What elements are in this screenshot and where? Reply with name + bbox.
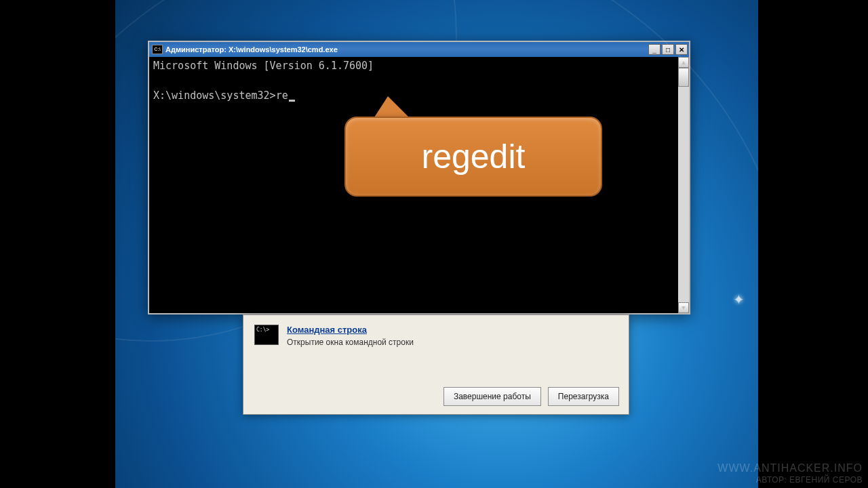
- watermark-line1: WWW.ANTIHACKER.INFO: [717, 462, 863, 475]
- panel-item-command-prompt: Командная строка Открытие окна командной…: [254, 325, 618, 347]
- cmd-titlebar[interactable]: C:\ Администратор: X:\windows\system32\c…: [149, 42, 689, 57]
- cmd-window-title: Администратор: X:\windows\system32\cmd.e…: [165, 45, 648, 54]
- decorative-sparkle: ✦: [733, 291, 745, 308]
- shutdown-button[interactable]: Завершение работы: [443, 387, 541, 406]
- cmd-system-icon[interactable]: C:\: [152, 45, 163, 54]
- scrollbar-down-arrow-icon[interactable]: ▼: [678, 302, 689, 313]
- command-prompt-link[interactable]: Командная строка: [287, 325, 367, 335]
- callout-text: regedit: [422, 137, 526, 176]
- maximize-button[interactable]: □: [662, 44, 674, 55]
- desktop-background: ✦ C:\ Администратор: X:\windows\system32…: [115, 0, 758, 488]
- minimize-button[interactable]: _: [648, 44, 660, 55]
- scrollbar-thumb[interactable]: [678, 68, 689, 87]
- callout-tail: [373, 96, 411, 119]
- watermark-line2: АВТОР: ЕВГЕНИЙ СЕРОВ: [717, 475, 863, 485]
- panel-buttons: Завершение работы Перезагрузка: [443, 387, 619, 406]
- cmd-prompt: X:\windows\system32>: [153, 89, 276, 102]
- command-prompt-icon: [254, 325, 279, 345]
- watermark: WWW.ANTIHACKER.INFO АВТОР: ЕВГЕНИЙ СЕРОВ: [717, 462, 863, 485]
- cmd-typed-text: re: [276, 89, 288, 102]
- command-prompt-description: Открытие окна командной строки: [287, 338, 414, 347]
- scrollbar-track[interactable]: [678, 87, 689, 302]
- restart-button[interactable]: Перезагрузка: [548, 387, 619, 406]
- cmd-window: C:\ Администратор: X:\windows\system32\c…: [148, 41, 690, 314]
- cmd-scrollbar[interactable]: ▲ ▼: [678, 57, 689, 313]
- panel-item-text: Командная строка Открытие окна командной…: [287, 325, 414, 347]
- cmd-cursor: [289, 100, 295, 102]
- scrollbar-up-arrow-icon[interactable]: ▲: [678, 57, 689, 68]
- close-button[interactable]: ✕: [675, 44, 688, 55]
- recovery-options-panel: Командная строка Открытие окна командной…: [243, 314, 629, 415]
- annotation-callout: regedit: [344, 117, 602, 197]
- cmd-output-line: Microsoft Windows [Version 6.1.7600]: [153, 60, 374, 72]
- cmd-body[interactable]: Microsoft Windows [Version 6.1.7600] X:\…: [149, 57, 689, 313]
- window-controls: _ □ ✕: [648, 44, 688, 55]
